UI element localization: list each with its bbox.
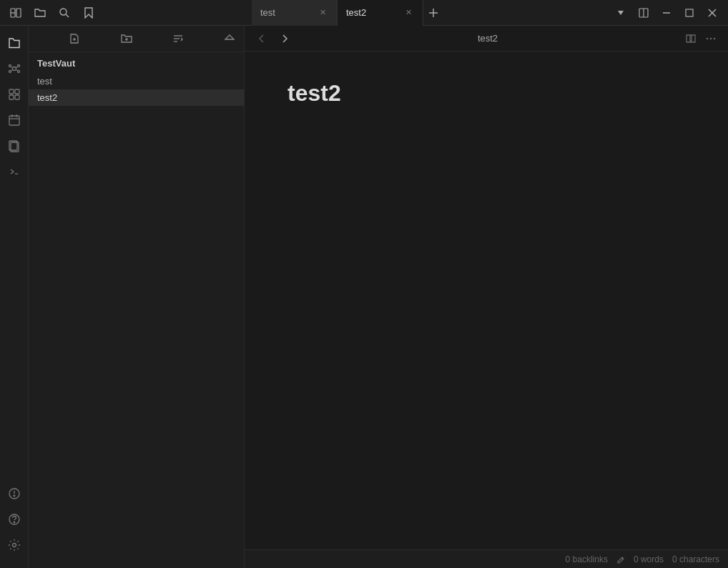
svg-line-4 — [66, 14, 69, 17]
backlinks-status[interactable]: 0 backlinks — [566, 554, 608, 564]
svg-point-3 — [60, 9, 67, 15]
svg-line-23 — [16, 70, 17, 71]
svg-point-16 — [9, 65, 11, 67]
bookmark-icon[interactable] — [79, 3, 99, 23]
tabs-area: test ✕ test2 ✕ — [252, 0, 608, 26]
svg-point-50 — [710, 37, 712, 39]
characters-count: 0 characters — [672, 554, 719, 564]
svg-point-49 — [707, 37, 709, 39]
status-bar: 0 backlinks 0 words 0 characters — [245, 549, 728, 568]
rail-publish-icon[interactable] — [3, 482, 26, 505]
new-tab-button[interactable] — [423, 3, 443, 23]
file-list: test test2 — [29, 72, 244, 107]
nav-forward-button[interactable] — [276, 30, 293, 47]
main-layout: TestVaut test test2 test2 — [0, 26, 728, 568]
rail-terminal-icon[interactable] — [3, 160, 26, 183]
title-bar: test ✕ test2 ✕ — [0, 0, 728, 26]
svg-rect-25 — [15, 89, 19, 94]
minimize-button[interactable] — [656, 3, 677, 23]
nav-back-button[interactable] — [253, 30, 270, 47]
svg-rect-1 — [16, 9, 21, 17]
svg-point-19 — [17, 71, 19, 73]
tab-test-label: test — [260, 7, 275, 18]
svg-point-39 — [14, 522, 15, 523]
svg-rect-12 — [686, 9, 693, 16]
characters-status: 0 characters — [672, 554, 719, 564]
svg-marker-8 — [618, 11, 624, 15]
rail-plugins-icon[interactable] — [3, 83, 26, 106]
svg-line-22 — [11, 70, 12, 71]
svg-point-17 — [17, 65, 19, 67]
svg-point-37 — [14, 495, 15, 496]
rail-calendar-icon[interactable] — [3, 109, 26, 132]
svg-rect-26 — [9, 95, 14, 99]
editor-area: test2 test2 — [245, 26, 728, 568]
words-count: 0 words — [634, 554, 664, 564]
backlinks-count: 0 backlinks — [566, 554, 608, 564]
file-item-test-label: test — [37, 76, 52, 87]
svg-line-20 — [11, 67, 12, 67]
tabs-dropdown-button[interactable] — [611, 3, 631, 23]
file-panel-toolbar — [29, 26, 244, 52]
editor-title: test2 — [299, 33, 677, 44]
icon-rail — [0, 26, 29, 568]
rail-graph-icon[interactable] — [3, 57, 26, 80]
close-button[interactable] — [702, 3, 722, 23]
new-folder-button[interactable] — [118, 30, 135, 47]
maximize-button[interactable] — [679, 3, 699, 23]
rail-copy-icon[interactable] — [3, 134, 26, 157]
editor-actions — [682, 30, 719, 47]
document-heading: test2 — [287, 80, 685, 107]
svg-point-51 — [714, 37, 716, 39]
editor-toolbar: test2 — [245, 26, 728, 52]
tab-test2-label: test2 — [346, 7, 366, 18]
tab-test2[interactable]: test2 ✕ — [338, 0, 423, 26]
edit-icon — [616, 555, 625, 564]
search-icon[interactable] — [54, 3, 74, 23]
words-status: 0 words — [634, 554, 664, 564]
file-item-test2-label: test2 — [37, 92, 57, 103]
svg-point-15 — [12, 67, 16, 71]
more-options-button[interactable] — [702, 30, 719, 47]
window-controls — [611, 3, 722, 23]
tab-test2-close[interactable]: ✕ — [403, 7, 414, 19]
reading-view-button[interactable] — [682, 30, 699, 47]
svg-marker-48 — [225, 35, 234, 39]
vault-name: TestVaut — [29, 52, 244, 72]
sort-button[interactable] — [169, 30, 187, 47]
new-note-button[interactable] — [66, 30, 83, 47]
tab-test[interactable]: test ✕ — [252, 0, 338, 26]
rail-help-icon[interactable] — [3, 508, 26, 531]
title-bar-left — [6, 3, 249, 23]
file-panel: TestVaut test test2 — [29, 26, 245, 568]
collapse-button[interactable] — [221, 30, 238, 47]
tab-test-close[interactable]: ✕ — [317, 7, 328, 19]
svg-line-21 — [16, 67, 17, 67]
svg-rect-28 — [9, 116, 19, 125]
rail-files-icon[interactable] — [3, 31, 26, 54]
svg-rect-24 — [9, 89, 14, 94]
editor-content[interactable]: test2 — [245, 52, 728, 549]
rail-bottom — [3, 482, 26, 562]
svg-rect-27 — [15, 95, 19, 99]
svg-point-40 — [12, 544, 16, 547]
open-folder-icon[interactable] — [30, 3, 50, 23]
layout-button[interactable] — [634, 3, 654, 23]
file-item-test[interactable]: test — [29, 73, 244, 89]
rail-settings-icon[interactable] — [3, 534, 26, 557]
sidebar-toggle-icon[interactable] — [6, 3, 26, 23]
svg-marker-5 — [85, 8, 92, 18]
svg-point-18 — [9, 71, 11, 73]
file-item-test2[interactable]: test2 — [29, 89, 244, 106]
